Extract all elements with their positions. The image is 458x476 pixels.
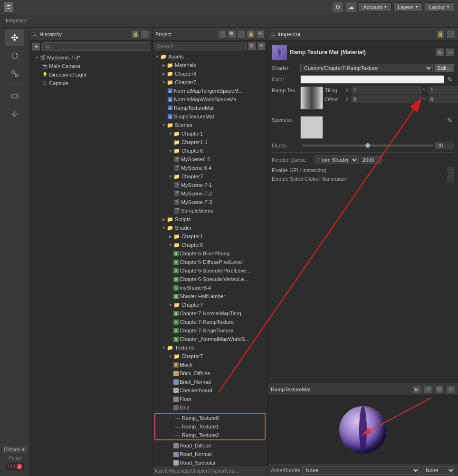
myscene6-5-file[interactable]: 🎬 MyScene6-5 (153, 155, 267, 164)
assets-folder[interactable]: ▼ 📁 Assets (153, 52, 267, 61)
ch7-normalworld-file[interactable]: S Chapter_NormalMapWorldS... (153, 335, 267, 343)
myscene7-2-file[interactable]: 🎬 MyScene-7-2 (153, 189, 267, 198)
shader-arrow[interactable]: ▼ (161, 225, 167, 231)
single-texture-file[interactable]: ● SingleTextureMat (153, 112, 267, 121)
shader-blinn-file[interactable]: S Chapter6-BlinnPhong (153, 249, 267, 258)
shader-folder[interactable]: ▼ 📁 Shader (153, 223, 267, 232)
tex-checker-file[interactable]: Checkerboard (153, 386, 267, 395)
textures-arrow[interactable]: ▼ (161, 345, 167, 350)
chapter6-scene-arrow[interactable]: ▼ (168, 148, 173, 154)
project-search-input[interactable] (154, 42, 247, 50)
gpu-instancing-checkbox[interactable] (448, 167, 454, 174)
cloud-icon[interactable]: ☁ (345, 2, 357, 12)
ch7-ramp-file[interactable]: S Chapter7-RampTexture (153, 318, 267, 326)
tab-inspector[interactable]: Inspector (0, 15, 33, 27)
ramp-tex-thumbnail[interactable] (300, 87, 323, 109)
scripts-arrow[interactable]: ▶ (161, 216, 167, 222)
scenes-folder[interactable]: ▼ 📁 Scenes (153, 121, 267, 129)
materials-arrow[interactable]: ▶ (161, 62, 167, 68)
sample-scene-file[interactable]: 🎬 SampleScene (153, 206, 267, 215)
tex-floor-file[interactable]: Floor (153, 395, 267, 403)
asset-bundle-variant-select[interactable]: None (422, 466, 455, 475)
specular-thumbnail[interactable] (300, 116, 323, 139)
chapter7-folder[interactable]: ▼ 📁 Chapter7 (153, 78, 267, 87)
unity-logo[interactable]: ☰ (4, 2, 13, 12)
shader-chapter1-arrow[interactable]: ▶ (168, 233, 173, 239)
shader-chapter7-folder[interactable]: ▼ 📁 Chapter7 (153, 301, 267, 309)
shader-diffuse-file[interactable]: S Chapter6-DiffusePixelLevel (153, 258, 267, 266)
shader-chapter1-folder[interactable]: ▶ 📁 Chapter1 (153, 232, 267, 241)
material-more-icon[interactable]: ⋯ (446, 48, 454, 57)
normal-world-file[interactable]: ● NormalMapWorldSpaceMa... (153, 95, 267, 104)
hierarchy-add-button[interactable]: + (32, 42, 40, 51)
ch7-singe-file[interactable]: S Chapter7-SingeTexture (153, 326, 267, 335)
ch7-normalmap-file[interactable]: S Chapter7-NormalMapTanq... (153, 309, 267, 318)
tex-roadnormal-file[interactable]: Road_Normal (153, 450, 267, 458)
color-swatch[interactable] (300, 75, 444, 84)
tex-ramp2-file[interactable]: — Ramp_Texture2 (155, 431, 265, 439)
normal-tangent-file[interactable]: ● NormalMapTangentSpaceM... (153, 87, 267, 95)
preview-expand-icon[interactable]: ⤢ (447, 385, 455, 394)
hierarchy-scene-item[interactable]: ▼ 🎬 MyScene-7-3* (30, 53, 152, 62)
inspector-more-icon[interactable]: ⋯ (447, 30, 455, 39)
tool-transform[interactable] (5, 106, 24, 122)
inspector-lock-icon[interactable]: 🔒 (436, 30, 445, 39)
tool-rotate[interactable] (5, 48, 24, 64)
materials-folder[interactable]: ▶ 📁 Materials (153, 61, 267, 69)
shader-specvertex-file[interactable]: S Chapter6-SpecularVertexLe... (153, 275, 267, 283)
double-sided-checkbox[interactable] (448, 175, 454, 182)
chapter7-arrow[interactable]: ▼ (161, 79, 167, 85)
layout-button[interactable]: Layout ▼ (425, 2, 454, 12)
offset-x-input[interactable] (352, 96, 421, 103)
gizmos-button[interactable]: Gizmos ▼ (1, 446, 28, 454)
tool-move[interactable] (5, 29, 24, 46)
offset-y-input[interactable] (429, 96, 458, 103)
hierarchy-camera-item[interactable]: 📷 Main Camera (30, 62, 152, 70)
project-more-icon[interactable]: ⋯ (237, 30, 246, 39)
project-search-icon[interactable]: 🔍 (228, 30, 236, 39)
edit-shader-button[interactable]: Edit... (434, 64, 454, 72)
scene-expand-arrow[interactable]: ▼ (34, 55, 39, 60)
chapter1-scene-folder[interactable]: ▼ 📁 Chapter1 (153, 129, 267, 138)
tex-ramp1-file[interactable]: — Ramp_Texture1 (155, 422, 265, 431)
hierarchy-more-icon[interactable]: ⋯ (141, 30, 149, 39)
textures-folder[interactable]: ▼ 📁 Textures (153, 343, 267, 352)
tex-ramp0-file[interactable]: — Ramp_Texture0 (155, 414, 265, 422)
gloss-slider-thumb[interactable] (365, 143, 370, 148)
tex-bricknormal-file[interactable]: Brick_Normal (153, 378, 267, 386)
tex-chapter7-folder[interactable]: ▼ 📁 Chapter7 (153, 352, 267, 360)
tool-rect[interactable] (5, 88, 24, 104)
tex-grid-file[interactable]: Grid (153, 403, 267, 412)
chapter1-1-file[interactable]: 📁 Chapter1-1 (153, 138, 267, 146)
tex-brickdiffuse-file[interactable]: Brick_Diffuse (153, 369, 267, 378)
hierarchy-capsule-item[interactable]: ⬡ Capsule (30, 79, 152, 87)
chapter7-scene-folder[interactable]: ▼ 📁 Chapter7 (153, 172, 267, 181)
gloss-value-input[interactable] (435, 142, 454, 149)
myscene7-1-file[interactable]: 🎬 MyScene-7-1 (153, 181, 267, 189)
chapter6-folder[interactable]: ▶ 📁 Chapter6 (153, 69, 267, 78)
tex-roadspecular-file[interactable]: Road_Specular (153, 458, 267, 466)
project-add-button[interactable]: + (218, 30, 227, 39)
preview-play-icon[interactable]: ▶ (412, 385, 421, 394)
shader-chapter6-folder[interactable]: ▼ 📁 Chapter6 (153, 241, 267, 249)
tiling-x-input[interactable] (352, 87, 421, 94)
hierarchy-lock-icon[interactable]: 🔒 (131, 30, 140, 39)
shader-select[interactable]: Custom/Chapter7-RampTexture (300, 64, 433, 72)
material-settings-icon[interactable]: ⚙ (436, 48, 444, 57)
tex-roaddiffuse-file[interactable]: Road_Diffuse (153, 441, 267, 450)
assets-arrow[interactable]: ▼ (154, 54, 160, 59)
asset-bundle-select[interactable]: None (302, 466, 420, 475)
project-lock-icon[interactable]: 🔒 (247, 30, 255, 39)
render-queue-value-input[interactable] (361, 156, 382, 164)
chapter6-arrow[interactable]: ▶ (161, 71, 167, 77)
tex-block-file[interactable]: ▦ Block (153, 360, 267, 369)
scenes-arrow[interactable]: ▼ (161, 122, 167, 128)
myscene6-4-file[interactable]: 🎬 MyScene 6 4 (153, 164, 267, 172)
scripts-folder[interactable]: ▶ 📁 Scripts (153, 215, 267, 223)
preview-settings-icon[interactable]: ⚙ (435, 385, 444, 394)
project-eye-icon[interactable]: 👁 (256, 30, 265, 39)
preview-refresh-icon[interactable]: ↺ (424, 385, 432, 394)
chapter6-scene-folder[interactable]: ▼ 📁 Chapter6 (153, 146, 267, 155)
hierarchy-search-input[interactable] (42, 42, 150, 51)
halflamber-file[interactable]: S Shader-HalfLamber (153, 292, 267, 301)
